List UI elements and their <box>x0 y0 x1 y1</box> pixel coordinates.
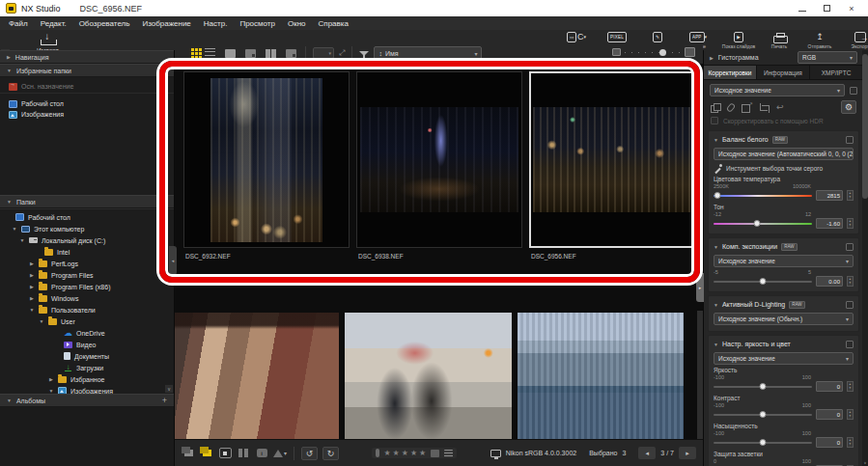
star-icon[interactable]: ★ <box>402 449 408 457</box>
tree-item[interactable]: ▼Этот компьютер <box>0 223 174 234</box>
panel-scrollbar[interactable]: ∨ <box>862 50 868 466</box>
spinner-icon[interactable]: ▴▾ <box>847 437 854 448</box>
right-panel-collapse-handle[interactable]: ▸ <box>696 273 704 302</box>
gear-icon[interactable]: ⚙ <box>841 100 856 114</box>
tree-item[interactable]: Intel <box>0 246 174 258</box>
tree-item[interactable]: ☁OneDrive <box>0 327 174 339</box>
menu-edit[interactable]: Редакт. <box>41 19 67 28</box>
tree-item[interactable]: ▶Program Files <box>0 269 174 281</box>
slider-thumb[interactable] <box>753 220 760 227</box>
tree-item[interactable]: ▶PerfLogs <box>0 258 174 269</box>
thumbnail-stairwell[interactable] <box>175 313 339 439</box>
thumbnail-dsc6956-selected[interactable] <box>529 71 695 248</box>
favorite-destination[interactable]: Осн. назначение <box>0 80 174 94</box>
histogram-header[interactable]: ▶ Гистограмма RGB▾ <box>704 50 863 65</box>
brightness-value[interactable]: 0 <box>816 381 843 392</box>
expander-icon[interactable]: ▶ <box>29 295 35 301</box>
grid-overlay-icon[interactable] <box>237 448 250 459</box>
copy-adjustments-icon[interactable] <box>711 103 720 112</box>
expander-icon[interactable]: ▶ <box>29 260 35 266</box>
size-slider-thumb[interactable] <box>659 49 666 56</box>
contrast-slider[interactable] <box>714 414 812 416</box>
tree-item[interactable]: ▶Program Files (x86) <box>0 281 174 292</box>
tree-item[interactable]: ▶Избранное <box>0 373 174 385</box>
slider-thumb[interactable] <box>714 192 721 199</box>
adjustments-preset-dropdown[interactable]: Исходное значение▾ <box>710 84 845 96</box>
menu-browser[interactable]: Обозреватель <box>79 19 130 28</box>
favorites-section-header[interactable]: ▼ Избранные папки <box>0 64 174 77</box>
maximize-icon[interactable] <box>824 5 830 12</box>
tree-item[interactable]: Видео <box>0 339 174 350</box>
expander-icon[interactable]: ▼ <box>714 302 718 308</box>
tree-item[interactable]: ▼Пользователи <box>0 304 174 315</box>
brightness-color-dropdown[interactable]: Исходное значение▾ <box>714 352 854 365</box>
fullscreen-icon[interactable]: ⤢ <box>339 48 345 58</box>
filter-icon[interactable] <box>359 51 369 56</box>
menu-settings[interactable]: Настр. <box>204 19 228 28</box>
expander-icon[interactable]: ▼ <box>12 226 17 232</box>
close-icon[interactable]: × <box>847 4 856 14</box>
compare-view-icon[interactable] <box>263 46 278 60</box>
crop-icon[interactable] <box>759 103 769 112</box>
spinner-icon[interactable]: ▴▾ <box>847 218 854 229</box>
gray-point-tool[interactable]: Инструмент выбора точки серого <box>714 162 854 174</box>
spinner-icon[interactable]: ▴▾ <box>847 276 854 287</box>
channel-dropdown[interactable]: RGB▾ <box>798 51 857 64</box>
scroll-down-icon[interactable]: ∨ <box>862 458 868 466</box>
white-balance-checkbox[interactable] <box>846 136 854 144</box>
tree-item[interactable]: Документы <box>0 350 174 362</box>
spinner-icon[interactable]: ▴▾ <box>847 409 854 420</box>
thumbnail-info-view-icon[interactable] <box>242 46 258 60</box>
slider-thumb[interactable] <box>760 278 767 285</box>
thumbnail-size-slider[interactable] <box>612 47 695 57</box>
star-icon[interactable]: ★ <box>410 449 417 457</box>
slider-thumb[interactable] <box>760 411 767 418</box>
d-lighting-dropdown[interactable]: Исходное значение (Обычн.)▾ <box>714 313 854 325</box>
save-adjustments-icon[interactable] <box>742 103 751 112</box>
star-icon[interactable]: ★ <box>383 449 390 457</box>
thumbnail-dsc6938[interactable] <box>356 71 522 248</box>
info-overlay-icon[interactable]: i <box>255 448 268 459</box>
exposure-dropdown[interactable]: Исходное значение▾ <box>714 255 854 267</box>
brightness-color-checkbox[interactable] <box>846 341 854 348</box>
fit-view-icon[interactable] <box>218 448 232 459</box>
brightness-slider[interactable] <box>714 386 812 388</box>
exposure-value[interactable]: 0.00 <box>816 276 843 287</box>
navigation-section-header[interactable]: ▶ Навигация <box>0 50 174 64</box>
temperature-slider[interactable] <box>714 195 812 197</box>
histogram-overlay-icon[interactable]: ▾ <box>273 448 287 459</box>
next-image-button[interactable]: ▸ <box>679 447 696 459</box>
expander-icon[interactable]: ▶ <box>48 376 54 382</box>
menu-image[interactable]: Изображение <box>142 19 190 28</box>
contrast-value[interactable]: 0 <box>816 409 843 420</box>
spinner-icon[interactable]: ▴▾ <box>847 190 854 201</box>
revert-icon[interactable]: ↩ <box>776 103 784 112</box>
paste-adjustments-icon[interactable] <box>726 102 736 113</box>
tint-slider[interactable] <box>714 223 812 225</box>
sort-dropdown[interactable]: ↕ Имя ▾ <box>374 46 482 60</box>
hdr-checkbox[interactable] <box>711 117 718 124</box>
rotate-left-button[interactable]: ↺ <box>301 447 318 460</box>
favorite-desktop[interactable]: Рабочий стол <box>0 98 174 109</box>
grid-view-icon[interactable] <box>182 46 197 60</box>
menu-help[interactable]: Справка <box>319 19 349 28</box>
tint-value[interactable]: -1.60 <box>816 218 843 229</box>
albums-section-header[interactable]: ▼ Альбомы + <box>0 394 174 407</box>
spinner-icon[interactable]: ▴▾ <box>847 381 854 392</box>
tree-item[interactable]: ▼User <box>0 315 174 327</box>
tree-item[interactable]: ↓Загрузки <box>0 362 174 373</box>
menu-view[interactable]: Просмотр <box>239 19 275 28</box>
white-balance-dropdown[interactable]: Исходное значение (Автоматический 0, 0, … <box>714 148 854 160</box>
list-view-icon[interactable] <box>202 46 217 60</box>
tree-scroll-down-icon[interactable]: ∨ <box>165 385 173 393</box>
tree-item[interactable]: Рабочий стол <box>0 211 174 223</box>
stack-view-icon[interactable] <box>182 448 195 459</box>
star-icon[interactable]: ★ <box>419 449 426 457</box>
saturation-value[interactable]: 0 <box>816 437 843 448</box>
left-panel-collapse-handle[interactable]: ◂ <box>169 246 177 275</box>
menu-window[interactable]: Окно <box>288 19 306 28</box>
rotate-right-button[interactable]: ↻ <box>322 447 339 460</box>
add-album-icon[interactable]: + <box>162 396 167 405</box>
tree-item[interactable]: ▶Windows <box>0 292 174 304</box>
expander-icon[interactable]: ▼ <box>39 318 44 324</box>
